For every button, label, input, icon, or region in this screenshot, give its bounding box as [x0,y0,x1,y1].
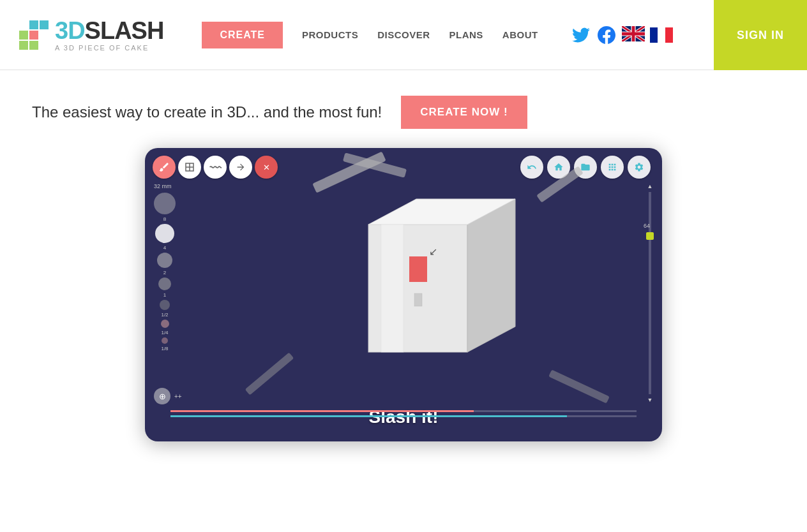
header-right [571,25,673,45]
create-button[interactable]: CREATE [202,22,283,48]
logo-cross-tl [19,20,28,29]
logo-text: 3DSLASH [55,18,163,43]
size-quarter[interactable] [161,320,169,328]
logo-3d: 3D [55,17,85,44]
about-link[interactable]: ABOUT [502,29,538,40]
size-quarter-label: 1/4 [161,330,168,336]
zoom-control: ⊕ ++ [154,388,182,404]
slider-bottom-arrow: ▼ [647,397,653,403]
size-mm-label: 32 mm [154,183,172,189]
svg-rect-6 [414,293,422,306]
logo-cross-br [40,41,49,50]
tool-wave-button[interactable] [204,156,227,179]
tool-grid-button[interactable] [178,156,201,179]
plans-link[interactable]: PLANS [449,29,483,40]
size-2[interactable] [157,253,172,268]
size-8-label: 8 [163,216,166,222]
vertical-slider[interactable]: ▲ 64 ▼ [645,183,654,403]
progress-teal-fill [170,415,567,417]
flag-fr[interactable] [650,27,673,43]
header: 3DSLASH A 3D PIECE OF CAKE CREATE PRODUC… [0,0,807,70]
size-1-label: 1 [163,292,166,298]
flag-fr-blue [650,27,658,43]
zoom-plus-label: ++ [174,393,182,400]
zoom-level-label: 64 [644,223,650,229]
slider-top-arrow: ▲ [647,183,653,189]
svg-text:↙: ↙ [429,246,437,257]
logo-cross-tr [40,20,49,29]
size-4[interactable] [155,224,174,243]
slider-track: 64 [649,192,651,394]
flag-fr-white [658,27,665,43]
logo-cross-mr [40,31,49,40]
main-nav: CREATE PRODUCTS DISCOVER PLANS ABOUT [202,22,571,48]
progress-bar-teal [170,415,637,417]
logo-subtitle: A 3D PIECE OF CAKE [55,44,163,52]
size-half[interactable] [160,300,170,310]
svg-rect-5 [409,256,427,282]
size-half-label: 1/2 [161,312,168,318]
create-now-button[interactable]: CREATE NOW ! [401,96,527,129]
tool-paint-button[interactable] [153,156,176,179]
size-selector: 8 4 2 1 1/2 1/4 1/8 [154,193,176,351]
signin-button[interactable]: SIGN IN [714,0,807,70]
logo-slash-text: SLASH [85,17,164,44]
size-eighth-label: 1/8 [161,346,168,351]
flag-uk[interactable] [622,26,645,44]
slider-thumb [646,232,654,240]
discover-link[interactable]: DISCOVER [377,29,430,40]
logo-area: 3DSLASH A 3D PIECE OF CAKE [19,18,163,52]
hero-tagline: The easiest way to create in 3D... and t… [32,103,382,121]
progress-red-fill [170,410,474,412]
tool-settings-button[interactable] [628,156,651,179]
progress-bar-red [170,410,637,412]
facebook-icon[interactable] [596,25,617,45]
products-link[interactable]: PRODUCTS [302,29,358,40]
size-2-label: 2 [163,270,166,276]
size-1[interactable] [158,277,171,290]
hero-section: The easiest way to create in 3D... and t… [19,96,788,129]
svg-marker-2 [467,199,515,352]
logo-cross-mc [29,31,38,40]
main-content: The easiest way to create in 3D... and t… [0,70,807,461]
zoom-circle-icon[interactable]: ⊕ [154,388,170,404]
twitter-icon[interactable] [571,25,591,45]
3d-box-svg: ↙ [317,186,541,384]
size-eighth[interactable] [162,337,168,344]
flag-fr-red [665,27,673,43]
svg-rect-4 [381,225,404,352]
size-8[interactable] [154,193,176,214]
app-screenshot: ✕ 32 mm 8 4 2 1 1/2 1/4 1/8 [145,148,662,441]
size-4-label: 4 [163,245,166,251]
logo-cross-bl [19,41,28,50]
logo-cross-tc [29,20,38,29]
logo-cross-bc [29,41,38,50]
logo-cross-ml [19,31,28,40]
3d-object-area: ↙ [228,167,630,403]
